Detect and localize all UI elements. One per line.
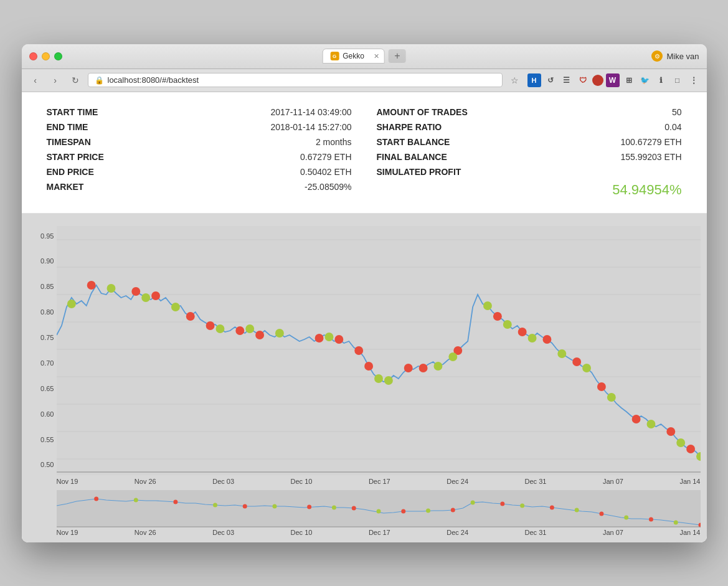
mini-chart: Nov 19 Nov 26 Dec 03 Dec 10 Dec 17 Dec 2… [57,490,701,536]
ext-shield[interactable]: 🛡 [576,73,590,87]
tab-close-button[interactable]: ✕ [374,52,379,60]
user-icon: ⚙ [651,50,663,62]
stat-row-trades: AMOUNT OF TRADES 50 [377,105,682,120]
url-text: localhost:8080/#/backtest [108,75,199,85]
lock-icon: 🔒 [95,76,104,85]
y-label-075: 0.75 [40,334,54,341]
x-label-jan14: Jan 14 [679,478,700,485]
end-time-value: 2018-01-14 15:27:00 [271,122,352,132]
extension-icons: H ↺ ☰ 🛡 W ⊞ 🐦 ℹ □ ⋮ [527,73,701,87]
buy-dot [503,320,511,329]
mini-buy-dot [331,505,336,509]
buy-dot [527,334,536,343]
user-name: Mike van [666,52,699,61]
buy-dot [141,293,150,302]
mini-sell-dot [401,509,405,513]
final-balance-label: FINAL BALANCE [377,152,476,162]
y-label-080: 0.80 [40,308,54,316]
x-label-dec17: Dec 17 [369,478,390,485]
buy-dot [324,333,333,341]
y-label-060: 0.60 [40,410,54,418]
tab-favicon: G [330,52,339,60]
mini-buy-dot [673,520,678,524]
ext-circle[interactable] [592,75,603,86]
stats-right: AMOUNT OF TRADES 50 SHARPE RATIO 0.04 ST… [377,105,682,201]
end-time-label: END TIME [47,122,146,132]
sharpe-value: 0.04 [664,122,681,132]
minimize-button[interactable] [42,52,50,60]
sell-dot [666,427,675,436]
sell-dot [235,326,244,335]
titlebar: G Gekko ✕ + ⚙ Mike van [22,44,707,69]
sell-dot [314,334,323,343]
y-label-055: 0.55 [40,436,54,443]
maximize-button[interactable] [54,52,62,60]
back-button[interactable]: ‹ [28,73,43,88]
ext-square[interactable]: □ [671,73,684,87]
mini-buy-dot [133,498,138,502]
sell-dot [404,364,412,372]
tab-title: Gekko [343,52,364,60]
mini-buy-dot [470,500,475,504]
ext-h[interactable]: H [527,73,541,87]
market-label: MARKET [47,182,146,192]
mini-buy-dot [426,508,430,513]
y-label-065: 0.65 [40,385,54,392]
mini-sell-dot [307,504,311,509]
buy-dot [384,376,392,385]
sell-dot [334,335,343,344]
mini-sell-dot [242,504,247,508]
mini-chart-container: Nov 19 Nov 26 Dec 03 Dec 10 Dec 17 Dec 2… [28,490,701,536]
sell-dot [131,287,140,296]
active-tab[interactable]: G Gekko ✕ [322,49,385,64]
x-label-dec03: Dec 03 [212,478,234,485]
sell-dot [631,415,640,423]
mini-sell-dot [648,517,653,521]
y-label-090: 0.90 [40,257,54,265]
start-balance-label: START BALANCE [377,137,476,147]
mini-buy-dot [213,503,217,507]
buy-dot [275,329,283,338]
x-label-jan07: Jan 07 [603,478,623,485]
y-label-085: 0.85 [40,283,54,290]
address-input[interactable]: 🔒 localhost:8080/#/backtest [88,73,503,87]
sell-dot [87,281,95,290]
ext-twitter[interactable]: 🐦 [638,73,652,87]
ext-refresh[interactable]: ↺ [544,73,557,87]
stat-row-profit-value: 54.94954% [377,179,682,201]
stat-row-timespan: TIMESPAN 2 months [47,135,352,149]
mini-buy-dot [574,508,579,512]
simulated-profit-label: SIMULATED PROFIT [377,167,476,177]
sell-dot [364,362,373,371]
stat-row-start-time: START TIME 2017-11-14 03:49:00 [47,105,352,120]
x-label-dec31: Dec 31 [525,478,547,485]
mini-x-nov19: Nov 19 [57,529,78,536]
sell-dot [206,321,214,330]
new-tab-button[interactable]: + [389,49,406,63]
bookmark-button[interactable]: ☆ [508,73,522,88]
buy-dot [374,374,383,383]
buy-dot [557,349,566,358]
sell-dot [255,331,264,339]
buy-dot [433,362,442,371]
sell-dot [493,312,501,321]
ext-privacy[interactable]: ☰ [560,73,574,87]
refresh-button[interactable]: ↻ [68,73,83,88]
ext-grid[interactable]: ⊞ [622,73,636,87]
tab-bar: G Gekko ✕ + [322,49,406,64]
mini-x-jan07: Jan 07 [603,529,623,536]
close-button[interactable] [29,52,37,60]
x-label-nov26: Nov 26 [135,478,156,485]
final-balance-value: 155.99203 ETH [620,152,681,162]
ext-menu[interactable]: ⋮ [687,73,701,87]
start-time-label: START TIME [47,107,146,117]
forward-button[interactable]: › [48,73,63,88]
ext-info[interactable]: ℹ [655,73,668,87]
mini-sell-dot [599,511,603,516]
stat-row-market: MARKET -25.08509% [47,179,352,194]
sell-dot [418,364,427,372]
buy-dot [106,284,115,293]
traffic-lights [29,52,62,60]
x-label-dec10: Dec 10 [291,478,313,485]
ext-w[interactable]: W [606,73,620,87]
